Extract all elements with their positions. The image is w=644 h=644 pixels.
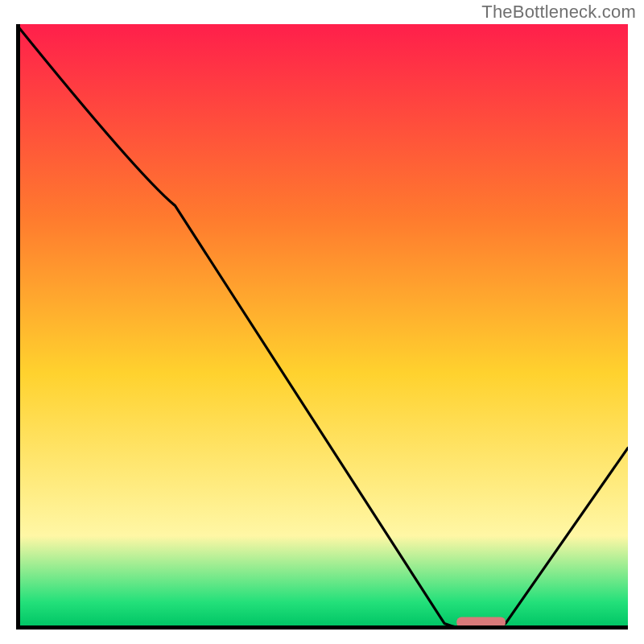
chart-frame: TheBottleneck.com [0,0,644,644]
plot-svg [16,24,628,630]
watermark-label: TheBottleneck.com [481,2,636,23]
heat-gradient [19,24,628,626]
plot-area [16,24,628,630]
